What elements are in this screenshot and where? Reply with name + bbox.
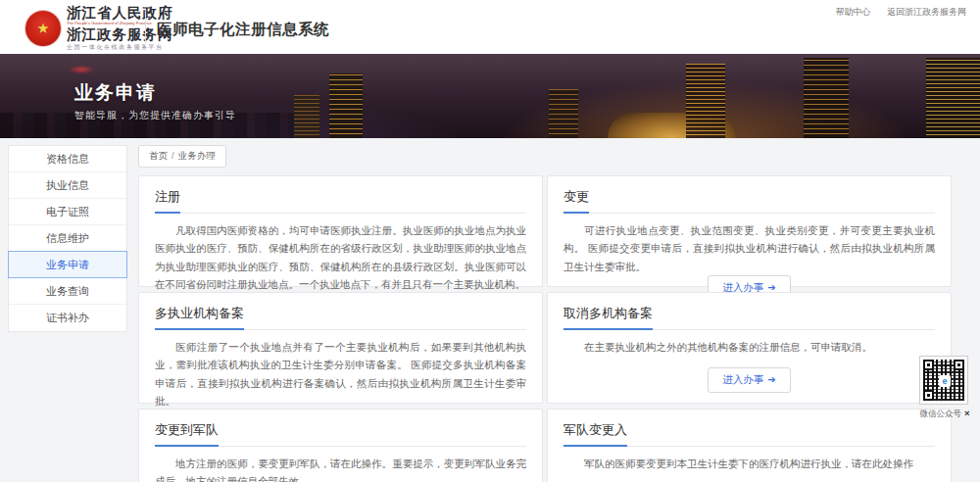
header-divider	[145, 12, 146, 43]
service-cards-grid: 注册 凡取得国内医师资格的，均可申请医师执业注册。执业医师的执业地点为执业医师执…	[138, 175, 953, 482]
card-description: 在主要执业机构之外的其他机构备案的注册信息，可申请取消。	[564, 338, 935, 356]
sidebar-item-info-maintenance[interactable]: 信息维护	[9, 225, 126, 252]
card-change: 变更 可进行执业地点变更、执业范围变更、执业类别变更，并可变更主要执业机构。 医…	[547, 175, 952, 287]
top-links: 帮助中心 返回浙江政务服务网	[821, 6, 966, 19]
return-portal-link[interactable]: 返回浙江政务服务网	[887, 7, 966, 17]
card-title: 变更到军队	[155, 421, 219, 447]
card-description: 医师注册了一个执业地点并有了一个主要执业机构后，如果要到其他机构执业，需到批准该…	[155, 338, 526, 410]
close-icon[interactable]: ×	[964, 408, 970, 418]
system-title: 医师电子化注册信息系统	[157, 20, 329, 40]
sidebar-menu: 资格信息 执业信息 电子证照 信息维护 业务申请 业务查询 证书补办	[8, 145, 127, 332]
card-description: 军队的医师要变更到本卫生计生委下的医疗机构进行执业，请在此处操作	[564, 455, 935, 472]
card-title: 变更	[564, 188, 589, 214]
breadcrumb-separator: /	[172, 150, 174, 161]
sidebar-item-practice-info[interactable]: 执业信息	[9, 172, 126, 199]
breadcrumb-home[interactable]: 首页	[149, 150, 168, 161]
card-title: 军队变更入	[564, 421, 627, 447]
card-title: 多执业机构备案	[155, 305, 244, 330]
breadcrumb: 首页/业务办理	[138, 145, 226, 168]
card-registration: 注册 凡取得国内医师资格的，均可申请医师执业注册。执业医师的执业地点为执业医师执…	[138, 175, 543, 287]
card-description: 凡取得国内医师资格的，均可申请医师执业注册。执业医师的执业地点为执业医师执业的医…	[155, 221, 526, 294]
card-multi-institution-filing: 多执业机构备案 医师注册了一个执业地点并有了一个主要执业机构后，如果要到其他机构…	[138, 292, 543, 404]
page-header: ★ 浙江省人民政府 The People's Government of Zhe…	[0, 0, 980, 54]
card-military-change-in: 军队变更入 军队的医师要变更到本卫生计生委下的医疗机构进行执业，请在此处操作	[547, 409, 952, 482]
banner-subtitle: 智能导服，为您提供准确办事引导	[74, 109, 236, 122]
gov-name-en: The People's Government of Zhejiang Prov…	[67, 22, 165, 25]
sidebar-item-business-application[interactable]: 业务申请	[8, 251, 127, 278]
sidebar-item-qualification-info[interactable]: 资格信息	[9, 146, 126, 172]
breadcrumb-current: 业务办理	[178, 150, 216, 161]
card-description: 可进行执业地点变更、执业范围变更、执业类别变更，并可变更主要执业机构。 医师提交…	[564, 221, 935, 275]
enter-service-button[interactable]: 进入办事➔	[708, 367, 790, 393]
main-area: 资格信息 执业信息 电子证照 信息维护 业务申请 业务查询 证书补办 首页/业务…	[0, 138, 980, 482]
national-emblem-icon: ★	[25, 11, 61, 46]
card-change-to-military: 变更到军队 地方注册的医师，要变更到军队，请在此操作。重要提示，变更到军队业务完…	[138, 409, 543, 482]
banner-title: 业务申请	[74, 80, 157, 106]
wechat-qr-widget: e 微信公众号×	[919, 356, 970, 420]
hero-banner: 业务申请 智能导服，为您提供准确办事引导	[0, 54, 980, 138]
wechat-qr-code-icon: e	[919, 356, 968, 405]
content-area: 首页/业务办理 注册 凡取得国内医师资格的，均可申请医师执业注册。执业医师的执业…	[138, 138, 953, 482]
card-cancel-multi-institution-filing: 取消多机构备案 在主要执业机构之外的其他机构备案的注册信息，可申请取消。 进入办…	[547, 292, 952, 404]
card-description: 地方注册的医师，要变更到军队，请在此操作。重要提示，变更到军队业务完成后，地方的…	[155, 455, 526, 482]
gov-name: 浙江省人民政府	[67, 6, 173, 21]
help-center-link[interactable]: 帮助中心	[835, 7, 870, 17]
arrow-right-icon: ➔	[767, 374, 775, 385]
qr-caption: 微信公众号	[919, 409, 961, 418]
sidebar-item-business-query[interactable]: 业务查询	[9, 278, 126, 305]
site-logo: ★ 浙江省人民政府 The People's Government of Zhe…	[25, 6, 173, 50]
neon-light-art	[69, 66, 94, 73]
portal-subtitle: 全国一体化在线政务服务平台	[67, 44, 173, 50]
sidebar-item-e-certificate[interactable]: 电子证照	[9, 199, 126, 225]
card-title: 注册	[155, 188, 180, 214]
card-title: 取消多机构备案	[564, 305, 653, 330]
wechat-logo-icon: e	[939, 375, 951, 387]
sidebar-item-certificate-reissue[interactable]: 证书补办	[9, 305, 126, 331]
